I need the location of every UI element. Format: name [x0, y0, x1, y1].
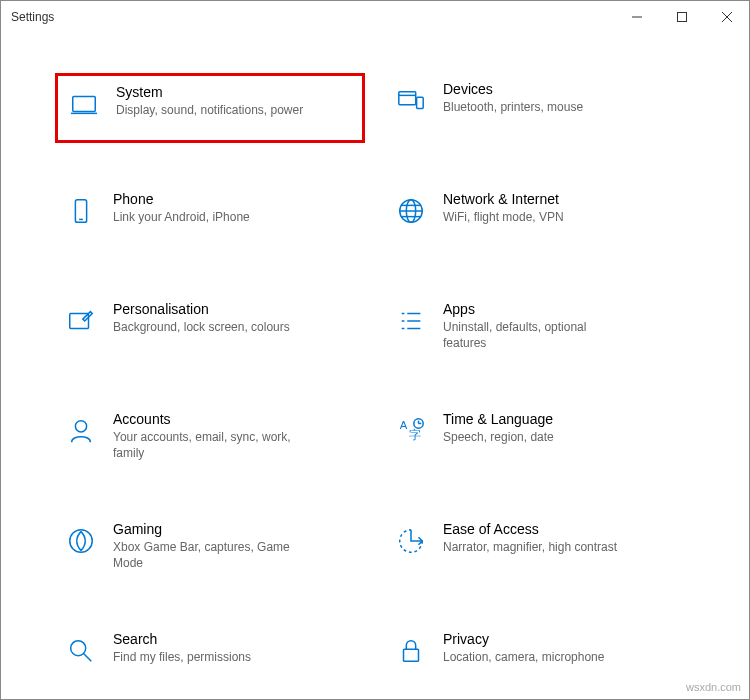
search-icon	[63, 633, 99, 669]
phone-icon	[63, 193, 99, 229]
tile-devices[interactable]: Devices Bluetooth, printers, mouse	[385, 73, 695, 143]
tile-desc: Location, camera, microphone	[443, 649, 633, 665]
tile-title: Network & Internet	[443, 191, 685, 207]
tile-text: System Display, sound, notifications, po…	[116, 84, 352, 118]
svg-text:字: 字	[409, 428, 421, 442]
tile-text: Privacy Location, camera, microphone	[443, 631, 685, 665]
tile-title: Devices	[443, 81, 685, 97]
tile-text: Devices Bluetooth, printers, mouse	[443, 81, 685, 115]
maximize-button[interactable]	[659, 1, 704, 33]
tile-title: Accounts	[113, 411, 355, 427]
tile-phone[interactable]: Phone Link your Android, iPhone	[55, 183, 365, 253]
tile-gaming[interactable]: Gaming Xbox Game Bar, captures, Game Mod…	[55, 513, 365, 583]
svg-line-31	[84, 654, 92, 662]
tile-title: Phone	[113, 191, 355, 207]
tile-desc: Uninstall, defaults, optional features	[443, 319, 633, 351]
tile-time-language[interactable]: A字 Time & Language Speech, region, date	[385, 403, 695, 473]
close-button[interactable]	[704, 1, 749, 33]
tile-ease-of-access[interactable]: Ease of Access Narrator, magnifier, high…	[385, 513, 695, 583]
watermark: wsxdn.com	[686, 681, 741, 693]
paintbrush-icon	[63, 303, 99, 339]
settings-window: Settings System Display, sound, noti	[0, 0, 750, 700]
gaming-icon	[63, 523, 99, 559]
svg-rect-7	[417, 97, 424, 108]
tile-desc: Speech, region, date	[443, 429, 633, 445]
tile-text: Gaming Xbox Game Bar, captures, Game Mod…	[113, 521, 355, 571]
devices-icon	[393, 83, 429, 119]
tile-title: Time & Language	[443, 411, 685, 427]
globe-icon	[393, 193, 429, 229]
tile-title: Personalisation	[113, 301, 355, 317]
svg-text:A: A	[400, 419, 408, 431]
lock-icon	[393, 633, 429, 669]
window-title: Settings	[11, 10, 614, 24]
tile-text: Accounts Your accounts, email, sync, wor…	[113, 411, 355, 461]
tile-desc: Link your Android, iPhone	[113, 209, 303, 225]
tile-network[interactable]: Network & Internet WiFi, flight mode, VP…	[385, 183, 695, 253]
svg-rect-32	[404, 649, 419, 661]
tile-accounts[interactable]: Accounts Your accounts, email, sync, wor…	[55, 403, 365, 473]
svg-rect-6	[399, 92, 416, 105]
tile-privacy[interactable]: Privacy Location, camera, microphone	[385, 623, 695, 693]
tile-text: Network & Internet WiFi, flight mode, VP…	[443, 191, 685, 225]
window-controls	[614, 1, 749, 33]
tile-desc: Display, sound, notifications, power	[116, 102, 306, 118]
tile-desc: Bluetooth, printers, mouse	[443, 99, 633, 115]
tile-desc: Background, lock screen, colours	[113, 319, 303, 335]
tile-text: Personalisation Background, lock screen,…	[113, 301, 355, 335]
tile-desc: Find my files, permissions	[113, 649, 303, 665]
tile-desc: Narrator, magnifier, high contrast	[443, 539, 633, 555]
tile-system[interactable]: System Display, sound, notifications, po…	[55, 73, 365, 143]
svg-rect-4	[73, 97, 96, 112]
settings-content: System Display, sound, notifications, po…	[1, 33, 749, 693]
tile-desc: Your accounts, email, sync, work, family	[113, 429, 303, 461]
system-icon	[66, 86, 102, 122]
minimize-button[interactable]	[614, 1, 659, 33]
svg-rect-1	[677, 13, 686, 22]
tile-desc: WiFi, flight mode, VPN	[443, 209, 633, 225]
tile-text: Search Find my files, permissions	[113, 631, 355, 665]
tile-title: Privacy	[443, 631, 685, 647]
tile-title: Apps	[443, 301, 685, 317]
svg-point-23	[75, 421, 86, 432]
tile-text: Time & Language Speech, region, date	[443, 411, 685, 445]
svg-point-29	[70, 530, 93, 553]
tile-text: Ease of Access Narrator, magnifier, high…	[443, 521, 685, 555]
tile-title: Search	[113, 631, 355, 647]
tile-personalisation[interactable]: Personalisation Background, lock screen,…	[55, 293, 365, 363]
titlebar: Settings	[1, 1, 749, 33]
tile-text: Phone Link your Android, iPhone	[113, 191, 355, 225]
person-icon	[63, 413, 99, 449]
apps-icon	[393, 303, 429, 339]
tile-desc: Xbox Game Bar, captures, Game Mode	[113, 539, 303, 571]
tile-text: Apps Uninstall, defaults, optional featu…	[443, 301, 685, 351]
time-language-icon: A字	[393, 413, 429, 449]
tile-title: System	[116, 84, 352, 100]
tile-search[interactable]: Search Find my files, permissions	[55, 623, 365, 693]
tile-title: Gaming	[113, 521, 355, 537]
tile-title: Ease of Access	[443, 521, 685, 537]
svg-point-30	[71, 641, 86, 656]
settings-grid: System Display, sound, notifications, po…	[55, 73, 695, 693]
ease-of-access-icon	[393, 523, 429, 559]
tile-apps[interactable]: Apps Uninstall, defaults, optional featu…	[385, 293, 695, 363]
